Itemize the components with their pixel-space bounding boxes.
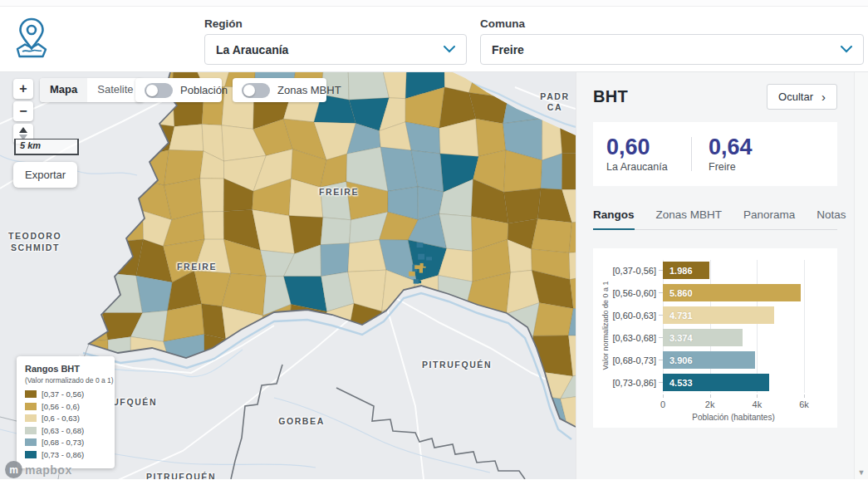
bht-values-card: 0,60 La Araucanía 0,64 Freire (593, 122, 837, 186)
mapbox-attribution[interactable]: m mapbox (5, 461, 72, 478)
toggle-off-icon (242, 83, 270, 98)
chart-category-label: [0,63-0,68] (610, 329, 663, 346)
chart-bar[interactable]: 4.533 (663, 374, 769, 391)
legend-label: [0,56 - 0,6) (42, 402, 80, 411)
chart-gridline (710, 260, 711, 393)
chart-category-label: [0,60-0,63] (610, 306, 663, 324)
comuna-value-block: 0,64 Freire (709, 135, 788, 173)
map-place-label: FREIRE (177, 262, 217, 272)
chart-bar[interactable]: 3.374 (663, 329, 743, 346)
divider (691, 137, 692, 171)
tab-rangos[interactable]: Rangos (593, 208, 635, 230)
chart-tick-mark (663, 394, 664, 398)
region-bht-label: La Araucanía (606, 161, 686, 173)
top-strip (0, 0, 868, 7)
chart-ylabel: Valor normalizado de 0 a 1 (601, 260, 610, 391)
chevron-right-icon: › (821, 93, 826, 101)
zoom-out-button[interactable]: − (13, 101, 33, 121)
comuna-select-value: Freire (492, 43, 524, 56)
chart-bar-value: 5.860 (669, 288, 693, 298)
chart-xlabel: Población (habitantes) (658, 413, 809, 422)
chart-tick-label: 0 (660, 399, 665, 409)
toggle-off-icon (145, 83, 173, 98)
chart-category-label: [0,68-0,73] (610, 351, 663, 369)
zonas-mbht-toggle[interactable]: Zonas MBHT (233, 78, 326, 102)
chart-bar-value: 1.986 (669, 266, 693, 276)
map-place-label: GORBEA (278, 416, 325, 426)
panel-tabs: RangosZonas MBHTPanoramaNotas (593, 208, 837, 230)
tab-zonas-mbht[interactable]: Zonas MBHT (656, 208, 723, 229)
zoom-in-button[interactable]: + (13, 79, 33, 99)
chart-bar[interactable]: 3.906 (663, 351, 755, 369)
legend-item: [0,56 - 0,6) (25, 402, 108, 411)
export-button[interactable]: Exportar (13, 162, 77, 188)
tab-panorama[interactable]: Panorama (743, 208, 795, 229)
legend-item: [0,68 - 0,73) (25, 438, 108, 447)
chart-bar[interactable]: 1.986 (663, 262, 709, 279)
map-place-label: SCHMIDT (11, 242, 60, 252)
chart-tick-mark (804, 394, 805, 398)
legend-label: [0,63 - 0,68) (42, 426, 84, 435)
panel-title: BHT (593, 87, 628, 106)
legend-swatch (25, 403, 37, 410)
region-select[interactable]: La Araucanía (204, 34, 467, 65)
map-place-label: PITRUFQUÉN (422, 360, 492, 370)
app-logo-icon (11, 17, 52, 61)
region-select-value: La Araucanía (216, 43, 288, 56)
chevron-down-icon (444, 46, 455, 53)
map-place-label: PITRUFQUÉN (146, 472, 216, 479)
poblacion-toggle[interactable]: Población (135, 78, 222, 102)
map-place-label: FREIRE (319, 187, 359, 197)
legend-swatch (25, 390, 37, 398)
scrollbar[interactable]: ▼ (854, 72, 868, 479)
chart-plot: 1.9865.8604.7313.3743.9064.533 (663, 262, 814, 396)
legend-subtitle: (Valor normalizado de 0 a 1) (25, 376, 108, 384)
legend-item: [0,37 - 0,56) (25, 389, 108, 399)
comuna-bht-value: 0,64 (709, 135, 788, 159)
mapbox-logo-icon: m (5, 461, 22, 478)
comuna-select[interactable]: Freire (480, 34, 864, 65)
map-place-label: CA (547, 102, 562, 112)
legend-swatch (25, 414, 37, 422)
map-canvas[interactable]: FREIREFREIRETEODOROSCHMIDTPITRUFQUÉNPITR… (0, 72, 576, 479)
legend-swatch (25, 427, 37, 434)
hide-panel-button[interactable]: Ocultar › (767, 84, 837, 110)
chart-bar[interactable]: 5.860 (663, 284, 801, 301)
region-bht-value: 0,60 (606, 135, 686, 159)
map-legend: Rangos BHT (Valor normalizado de 0 a 1) … (17, 356, 115, 468)
legend-swatch (25, 438, 37, 446)
legend-title: Rangos BHT (25, 364, 108, 374)
chart-tick-label: 6k (799, 399, 809, 409)
tab-notas[interactable]: Notas (817, 208, 846, 229)
map-place-label: TEODORO (8, 231, 61, 241)
bht-chart-card: Valor normalizado de 0 a 1 [0,37-0,56][0… (593, 248, 837, 428)
legend-item: [0,63 - 0,68) (25, 426, 108, 435)
chart-categories: [0,37-0,56][0,56-0,60][0,60-0,63][0,63-0… (610, 262, 663, 396)
chart-tick-label: 2k (705, 399, 715, 409)
chart-tick-label: 4k (753, 399, 763, 409)
chart-xticks: 02k4k6k (663, 396, 814, 411)
map-style-switch: Mapa Satelite (40, 78, 144, 102)
chart-gridline (757, 260, 758, 393)
chart-gridline (804, 260, 805, 393)
legend-swatch (25, 451, 37, 458)
chart-bar[interactable]: 4.731 (663, 306, 774, 324)
legend-item: [0,73 - 0,86) (25, 450, 108, 459)
chevron-down-icon (841, 46, 852, 53)
chart-bar-value: 3.906 (669, 355, 693, 365)
legend-label: [0,6 - 0,63) (42, 414, 80, 423)
chart-category-label: [0,56-0,60] (610, 284, 663, 301)
map-style-map-button[interactable]: Mapa (40, 78, 87, 102)
chart-bar-value: 4.533 (669, 378, 693, 388)
legend-item: [0,6 - 0,63) (25, 414, 108, 423)
map-place-label: PADR (540, 91, 569, 101)
scrollbar-down-arrow[interactable]: ▼ (855, 468, 868, 477)
legend-label: [0,73 - 0,86) (42, 450, 84, 459)
legend-label: [0,37 - 0,56) (42, 389, 84, 399)
chart-tick-mark (710, 394, 711, 398)
chart-bar-value: 4.731 (669, 311, 693, 321)
chart-gridline (663, 260, 664, 393)
tilt-up-icon (19, 127, 27, 133)
header: Región La Araucanía Comuna Freire (0, 7, 868, 72)
comuna-bht-label: Freire (709, 161, 788, 173)
